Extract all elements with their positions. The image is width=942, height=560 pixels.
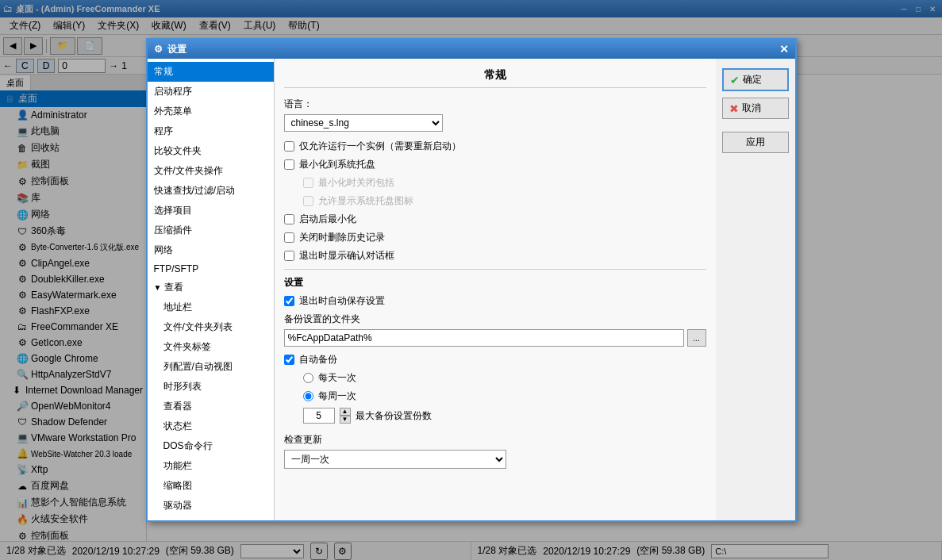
- settings-overlay: ⚙ 设置 ✕ 常规 启动程序 外壳菜单 程序 比较文件: [0, 0, 942, 560]
- single-instance-checkbox[interactable]: [284, 141, 294, 152]
- nav-compare[interactable]: 比较文件夹: [148, 141, 274, 161]
- nav-item-label: 比较文件夹: [154, 144, 202, 158]
- auto-backup-row: 自动备份: [284, 353, 706, 366]
- nav-item-label: 快速查找/过滤/启动: [154, 184, 236, 198]
- ok-button[interactable]: ✔ 确定: [722, 68, 789, 91]
- settings-title: 设置: [167, 43, 779, 56]
- backup-path-input[interactable]: [284, 329, 684, 347]
- nav-compress[interactable]: 压缩插件: [148, 221, 274, 240]
- language-select[interactable]: chinese_s.lng: [284, 114, 443, 132]
- nav-column-config[interactable]: 列配置/自动视图: [148, 357, 274, 377]
- nav-thumbnail[interactable]: 缩略图: [148, 476, 274, 496]
- settings-close-button[interactable]: ✕: [779, 43, 789, 56]
- start-minimized-label: 启动后最小化: [299, 213, 356, 226]
- settings-title-bar: ⚙ 设置 ✕: [148, 40, 795, 59]
- nav-item-label: 文件夹标签: [163, 340, 211, 354]
- nav-file-list[interactable]: 文件/文件夹列表: [148, 317, 274, 337]
- language-label: 语言：: [284, 98, 706, 111]
- expand-arrow: ▼: [154, 283, 162, 292]
- close-button-row: 最小化时关闭包括: [303, 176, 706, 190]
- minimize-tray-row: 最小化到系统托盘: [284, 158, 706, 171]
- settings-icon: ⚙: [154, 44, 163, 55]
- divider: [284, 269, 706, 270]
- settings-nav: 常规 启动程序 外壳菜单 程序 比较文件夹 文件/文件夹操作 快: [148, 59, 275, 520]
- nav-item-label: 常规: [154, 65, 173, 79]
- nav-dos-cmd[interactable]: DOS命令行: [148, 436, 274, 456]
- nav-item-label: 选择项目: [154, 204, 192, 217]
- nav-program[interactable]: 程序: [148, 121, 274, 141]
- nav-general[interactable]: 常规: [148, 62, 274, 82]
- nav-item-label: 查看器: [163, 400, 192, 413]
- clear-history-label: 关闭时删除历史记录: [299, 231, 385, 244]
- nav-drive[interactable]: 驱动器: [148, 496, 274, 516]
- confirm-exit-row: 退出时显示确认对话框: [284, 249, 706, 263]
- single-instance-label: 仅允许运行一个实例（需要重新启动）: [299, 140, 461, 153]
- spin-down-button[interactable]: ▼: [340, 416, 351, 424]
- start-minimized-row: 启动后最小化: [284, 213, 706, 226]
- clear-history-row: 关闭时删除历史记录: [284, 231, 706, 244]
- radio-daily-row: 每天一次: [303, 371, 706, 385]
- minimize-tray-label: 最小化到系统托盘: [299, 158, 375, 171]
- nav-viewer[interactable]: 查看器: [148, 397, 274, 416]
- nav-item-label: 外壳菜单: [154, 105, 192, 118]
- cancel-icon: ✖: [729, 102, 739, 115]
- tray-icon-row: 允许显示系统托盘图标: [303, 194, 706, 208]
- browse-button[interactable]: ...: [687, 329, 706, 347]
- confirm-exit-checkbox[interactable]: [284, 251, 294, 261]
- start-minimized-checkbox[interactable]: [284, 214, 294, 224]
- minimize-tray-checkbox[interactable]: [284, 159, 294, 170]
- nav-item-label: 程序: [154, 125, 173, 138]
- single-instance-row: 仅允许运行一个实例（需要重新启动）: [284, 140, 706, 153]
- auto-backup-checkbox[interactable]: [284, 355, 294, 365]
- max-backup-row: ▲ ▼ 最大备份设置份数: [303, 408, 706, 424]
- nav-item-label: 压缩插件: [154, 224, 192, 237]
- cancel-button[interactable]: ✖ 取消: [722, 98, 789, 119]
- nav-quickfind[interactable]: 快速查找/过滤/启动: [148, 181, 274, 201]
- settings-group: 设置 退出时自动保存设置 备份设置的文件夹 ... 自动备份: [284, 276, 706, 424]
- auto-backup-label: 自动备份: [299, 353, 337, 366]
- nav-network[interactable]: 网络: [148, 240, 274, 260]
- close-button-label: 最小化时关闭包括: [318, 176, 394, 190]
- radio-weekly[interactable]: [303, 391, 313, 401]
- settings-dialog: ⚙ 设置 ✕ 常规 启动程序 外壳菜单 程序 比较文件: [146, 38, 797, 522]
- nav-file-ops[interactable]: 文件/文件夹操作: [148, 161, 274, 181]
- nav-ftp[interactable]: FTP/SFTP: [148, 260, 274, 278]
- nav-address-bar[interactable]: 地址栏: [148, 297, 274, 317]
- nav-shell-menu[interactable]: 外壳菜单: [148, 102, 274, 121]
- spinner-buttons: ▲ ▼: [340, 408, 351, 424]
- clear-history-checkbox[interactable]: [284, 232, 294, 243]
- nav-status-bar[interactable]: 状态栏: [148, 416, 274, 436]
- nav-item-label: 缩略图: [163, 479, 192, 493]
- radio-daily[interactable]: [303, 373, 313, 383]
- update-section: 检查更新 一周一次: [284, 433, 706, 469]
- nav-item-label: 功能栏: [163, 459, 192, 473]
- nav-time-list[interactable]: 时形列表: [148, 377, 274, 397]
- nav-item-label: 驱动器: [163, 499, 192, 512]
- nav-item-label: 启动程序: [154, 85, 192, 98]
- nav-item-label: 文件/文件夹操作: [154, 164, 223, 178]
- close-button-checkbox[interactable]: [303, 178, 313, 188]
- nav-select[interactable]: 选择项目: [148, 201, 274, 221]
- nav-item-label: 网络: [154, 244, 173, 257]
- apply-button[interactable]: 应用: [722, 132, 789, 153]
- group-label: 设置: [284, 276, 706, 290]
- update-select[interactable]: 一周一次: [284, 450, 506, 469]
- nav-folder-tab[interactable]: 文件夹标签: [148, 337, 274, 357]
- radio-weekly-label: 每周一次: [318, 389, 356, 403]
- nav-view[interactable]: ▼ 查看: [148, 278, 274, 297]
- nav-startup[interactable]: 启动程序: [148, 82, 274, 102]
- tray-icon-label: 允许显示系统托盘图标: [318, 194, 413, 208]
- nav-function-bar[interactable]: 功能栏: [148, 456, 274, 476]
- spin-up-button[interactable]: ▲: [340, 408, 351, 416]
- nav-item-label: DOS命令行: [163, 439, 213, 453]
- language-field: 语言： chinese_s.lng: [284, 98, 706, 132]
- apply-label: 应用: [746, 136, 765, 148]
- settings-body: 常规 启动程序 外壳菜单 程序 比较文件夹 文件/文件夹操作 快: [148, 59, 795, 520]
- autosave-checkbox[interactable]: [284, 296, 294, 306]
- cancel-label: 取消: [742, 102, 761, 115]
- update-label: 检查更新: [284, 433, 706, 447]
- nav-item-label: 查看: [164, 281, 183, 294]
- ok-label: 确定: [743, 73, 762, 86]
- tray-icon-checkbox[interactable]: [303, 196, 313, 206]
- max-backup-input[interactable]: [303, 408, 335, 424]
